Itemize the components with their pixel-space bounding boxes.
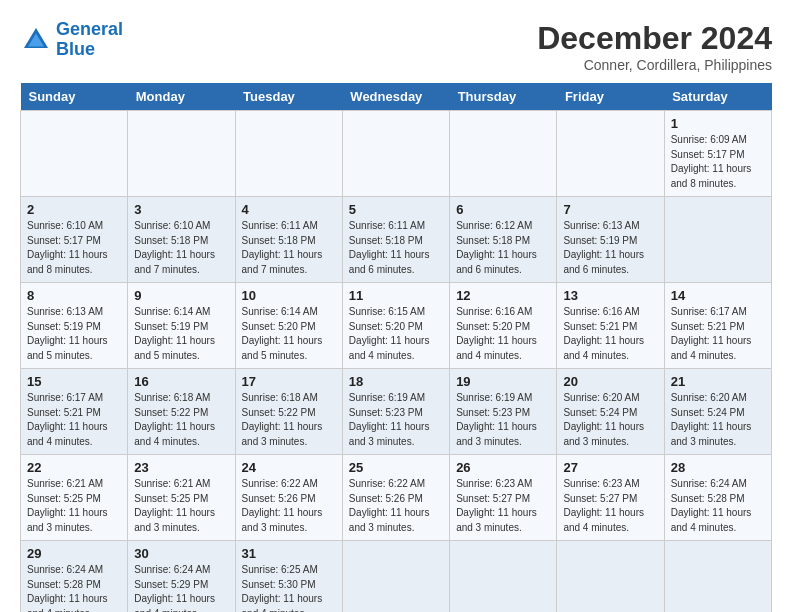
day-info: Sunrise: 6:18 AMSunset: 5:22 PMDaylight:… bbox=[242, 391, 336, 449]
calendar-cell bbox=[450, 111, 557, 197]
calendar-cell: 3Sunrise: 6:10 AMSunset: 5:18 PMDaylight… bbox=[128, 197, 235, 283]
calendar-cell bbox=[450, 541, 557, 613]
day-info: Sunrise: 6:19 AMSunset: 5:23 PMDaylight:… bbox=[349, 391, 443, 449]
calendar-day-header: Tuesday bbox=[235, 83, 342, 111]
day-number: 20 bbox=[563, 374, 657, 389]
logo: General Blue bbox=[20, 20, 123, 60]
calendar-header-row: SundayMondayTuesdayWednesdayThursdayFrid… bbox=[21, 83, 772, 111]
location: Conner, Cordillera, Philippines bbox=[537, 57, 772, 73]
day-number: 24 bbox=[242, 460, 336, 475]
day-number: 1 bbox=[671, 116, 765, 131]
calendar-cell: 22Sunrise: 6:21 AMSunset: 5:25 PMDayligh… bbox=[21, 455, 128, 541]
day-info: Sunrise: 6:18 AMSunset: 5:22 PMDaylight:… bbox=[134, 391, 228, 449]
calendar-week-row: 8Sunrise: 6:13 AMSunset: 5:19 PMDaylight… bbox=[21, 283, 772, 369]
calendar-cell: 31Sunrise: 6:25 AMSunset: 5:30 PMDayligh… bbox=[235, 541, 342, 613]
calendar-cell: 24Sunrise: 6:22 AMSunset: 5:26 PMDayligh… bbox=[235, 455, 342, 541]
day-info: Sunrise: 6:25 AMSunset: 5:30 PMDaylight:… bbox=[242, 563, 336, 612]
day-number: 14 bbox=[671, 288, 765, 303]
month-year: December 2024 bbox=[537, 20, 772, 57]
day-number: 15 bbox=[27, 374, 121, 389]
day-number: 25 bbox=[349, 460, 443, 475]
day-info: Sunrise: 6:14 AMSunset: 5:20 PMDaylight:… bbox=[242, 305, 336, 363]
page-header: General Blue December 2024 Conner, Cordi… bbox=[20, 20, 772, 73]
day-info: Sunrise: 6:10 AMSunset: 5:18 PMDaylight:… bbox=[134, 219, 228, 277]
calendar-week-row: 1Sunrise: 6:09 AMSunset: 5:17 PMDaylight… bbox=[21, 111, 772, 197]
calendar-week-row: 15Sunrise: 6:17 AMSunset: 5:21 PMDayligh… bbox=[21, 369, 772, 455]
calendar-cell: 17Sunrise: 6:18 AMSunset: 5:22 PMDayligh… bbox=[235, 369, 342, 455]
day-number: 23 bbox=[134, 460, 228, 475]
day-number: 18 bbox=[349, 374, 443, 389]
day-info: Sunrise: 6:19 AMSunset: 5:23 PMDaylight:… bbox=[456, 391, 550, 449]
calendar-cell: 27Sunrise: 6:23 AMSunset: 5:27 PMDayligh… bbox=[557, 455, 664, 541]
calendar-cell: 14Sunrise: 6:17 AMSunset: 5:21 PMDayligh… bbox=[664, 283, 771, 369]
day-number: 26 bbox=[456, 460, 550, 475]
calendar-cell: 7Sunrise: 6:13 AMSunset: 5:19 PMDaylight… bbox=[557, 197, 664, 283]
calendar-day-header: Wednesday bbox=[342, 83, 449, 111]
calendar-cell: 25Sunrise: 6:22 AMSunset: 5:26 PMDayligh… bbox=[342, 455, 449, 541]
day-number: 7 bbox=[563, 202, 657, 217]
day-number: 11 bbox=[349, 288, 443, 303]
day-number: 8 bbox=[27, 288, 121, 303]
calendar-week-row: 2Sunrise: 6:10 AMSunset: 5:17 PMDaylight… bbox=[21, 197, 772, 283]
day-number: 27 bbox=[563, 460, 657, 475]
day-info: Sunrise: 6:16 AMSunset: 5:20 PMDaylight:… bbox=[456, 305, 550, 363]
day-info: Sunrise: 6:21 AMSunset: 5:25 PMDaylight:… bbox=[134, 477, 228, 535]
calendar-cell: 29Sunrise: 6:24 AMSunset: 5:28 PMDayligh… bbox=[21, 541, 128, 613]
day-number: 22 bbox=[27, 460, 121, 475]
day-info: Sunrise: 6:11 AMSunset: 5:18 PMDaylight:… bbox=[349, 219, 443, 277]
day-number: 21 bbox=[671, 374, 765, 389]
day-info: Sunrise: 6:24 AMSunset: 5:29 PMDaylight:… bbox=[134, 563, 228, 612]
calendar-cell: 10Sunrise: 6:14 AMSunset: 5:20 PMDayligh… bbox=[235, 283, 342, 369]
calendar-cell bbox=[235, 111, 342, 197]
logo-icon bbox=[20, 24, 52, 56]
day-number: 13 bbox=[563, 288, 657, 303]
calendar-cell bbox=[557, 111, 664, 197]
day-info: Sunrise: 6:13 AMSunset: 5:19 PMDaylight:… bbox=[563, 219, 657, 277]
day-info: Sunrise: 6:15 AMSunset: 5:20 PMDaylight:… bbox=[349, 305, 443, 363]
calendar-cell: 19Sunrise: 6:19 AMSunset: 5:23 PMDayligh… bbox=[450, 369, 557, 455]
calendar-cell: 2Sunrise: 6:10 AMSunset: 5:17 PMDaylight… bbox=[21, 197, 128, 283]
calendar-cell: 6Sunrise: 6:12 AMSunset: 5:18 PMDaylight… bbox=[450, 197, 557, 283]
day-number: 2 bbox=[27, 202, 121, 217]
calendar-day-header: Sunday bbox=[21, 83, 128, 111]
day-number: 19 bbox=[456, 374, 550, 389]
calendar-cell: 13Sunrise: 6:16 AMSunset: 5:21 PMDayligh… bbox=[557, 283, 664, 369]
calendar-cell: 16Sunrise: 6:18 AMSunset: 5:22 PMDayligh… bbox=[128, 369, 235, 455]
calendar-table: SundayMondayTuesdayWednesdayThursdayFrid… bbox=[20, 83, 772, 612]
calendar-day-header: Monday bbox=[128, 83, 235, 111]
day-info: Sunrise: 6:23 AMSunset: 5:27 PMDaylight:… bbox=[563, 477, 657, 535]
day-info: Sunrise: 6:12 AMSunset: 5:18 PMDaylight:… bbox=[456, 219, 550, 277]
day-info: Sunrise: 6:22 AMSunset: 5:26 PMDaylight:… bbox=[349, 477, 443, 535]
day-info: Sunrise: 6:17 AMSunset: 5:21 PMDaylight:… bbox=[27, 391, 121, 449]
day-number: 3 bbox=[134, 202, 228, 217]
day-info: Sunrise: 6:10 AMSunset: 5:17 PMDaylight:… bbox=[27, 219, 121, 277]
day-number: 6 bbox=[456, 202, 550, 217]
day-number: 4 bbox=[242, 202, 336, 217]
day-info: Sunrise: 6:16 AMSunset: 5:21 PMDaylight:… bbox=[563, 305, 657, 363]
calendar-cell bbox=[664, 197, 771, 283]
logo-line2: Blue bbox=[56, 39, 95, 59]
day-number: 29 bbox=[27, 546, 121, 561]
calendar-cell: 20Sunrise: 6:20 AMSunset: 5:24 PMDayligh… bbox=[557, 369, 664, 455]
logo-line1: General bbox=[56, 19, 123, 39]
calendar-cell: 9Sunrise: 6:14 AMSunset: 5:19 PMDaylight… bbox=[128, 283, 235, 369]
day-info: Sunrise: 6:24 AMSunset: 5:28 PMDaylight:… bbox=[27, 563, 121, 612]
calendar-cell bbox=[557, 541, 664, 613]
day-number: 5 bbox=[349, 202, 443, 217]
day-number: 9 bbox=[134, 288, 228, 303]
calendar-body: 1Sunrise: 6:09 AMSunset: 5:17 PMDaylight… bbox=[21, 111, 772, 613]
day-info: Sunrise: 6:17 AMSunset: 5:21 PMDaylight:… bbox=[671, 305, 765, 363]
calendar-cell: 18Sunrise: 6:19 AMSunset: 5:23 PMDayligh… bbox=[342, 369, 449, 455]
calendar-cell: 26Sunrise: 6:23 AMSunset: 5:27 PMDayligh… bbox=[450, 455, 557, 541]
calendar-cell: 30Sunrise: 6:24 AMSunset: 5:29 PMDayligh… bbox=[128, 541, 235, 613]
calendar-cell: 28Sunrise: 6:24 AMSunset: 5:28 PMDayligh… bbox=[664, 455, 771, 541]
day-info: Sunrise: 6:14 AMSunset: 5:19 PMDaylight:… bbox=[134, 305, 228, 363]
logo-text: General Blue bbox=[56, 20, 123, 60]
calendar-day-header: Thursday bbox=[450, 83, 557, 111]
calendar-cell: 21Sunrise: 6:20 AMSunset: 5:24 PMDayligh… bbox=[664, 369, 771, 455]
calendar-day-header: Friday bbox=[557, 83, 664, 111]
day-number: 30 bbox=[134, 546, 228, 561]
day-info: Sunrise: 6:23 AMSunset: 5:27 PMDaylight:… bbox=[456, 477, 550, 535]
title-block: December 2024 Conner, Cordillera, Philip… bbox=[537, 20, 772, 73]
calendar-week-row: 29Sunrise: 6:24 AMSunset: 5:28 PMDayligh… bbox=[21, 541, 772, 613]
